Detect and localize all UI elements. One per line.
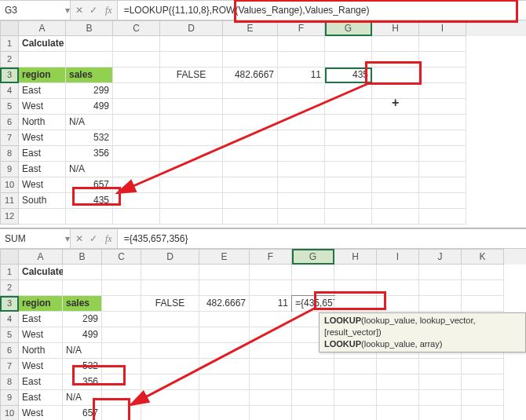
cell-K2[interactable] <box>462 280 504 296</box>
cell-F3[interactable]: 11 <box>278 68 325 83</box>
cell-E1[interactable] <box>199 265 250 280</box>
cell-B7[interactable]: 532 <box>66 130 113 146</box>
cell-G1[interactable] <box>325 36 372 52</box>
cell-D5[interactable] <box>160 99 223 115</box>
cell-K10[interactable] <box>462 406 504 420</box>
cell-E11[interactable] <box>223 193 278 209</box>
cell-D2[interactable] <box>141 280 199 296</box>
cell-J8[interactable] <box>419 374 462 390</box>
cell-I7[interactable] <box>377 359 419 374</box>
cell-D4[interactable] <box>141 312 199 327</box>
cell-F6[interactable] <box>278 115 325 130</box>
select-all[interactable] <box>0 20 19 36</box>
cell-F10[interactable] <box>278 177 325 193</box>
cell-I6[interactable] <box>419 115 466 130</box>
col-H[interactable]: H <box>372 20 419 36</box>
cell-B11[interactable]: 435 <box>66 193 113 209</box>
cell-K8[interactable] <box>462 374 504 390</box>
cell-J10[interactable] <box>419 406 462 420</box>
cell-A8[interactable]: East <box>19 146 66 162</box>
cell-F8[interactable] <box>278 146 325 162</box>
col-B[interactable]: B <box>63 249 102 265</box>
cell-E5[interactable] <box>199 327 250 343</box>
row-header[interactable]: 5 <box>0 99 19 115</box>
cell-I11[interactable] <box>419 193 466 209</box>
cell-F11[interactable] <box>278 193 325 209</box>
cell-J7[interactable] <box>419 359 462 374</box>
enter-icon[interactable]: ✓ <box>89 233 97 244</box>
cell-G8[interactable] <box>325 146 372 162</box>
row-header[interactable]: 3 <box>0 296 19 312</box>
cell-J9[interactable] <box>419 390 462 406</box>
cell-I4[interactable] <box>419 83 466 99</box>
cell-H3[interactable] <box>334 296 377 312</box>
cell-K9[interactable] <box>462 390 504 406</box>
cell-A11[interactable]: South <box>19 193 66 209</box>
cell-C6[interactable] <box>113 115 160 130</box>
cell-G4[interactable] <box>325 83 372 99</box>
col-G[interactable]: G <box>325 20 372 36</box>
row-header[interactable]: 6 <box>0 343 19 359</box>
cell-D9[interactable] <box>141 390 199 406</box>
cell-C2[interactable] <box>113 52 160 68</box>
cell-D7[interactable] <box>160 130 223 146</box>
row-header[interactable]: 2 <box>0 280 19 296</box>
cell-B10[interactable]: 657 <box>63 406 102 420</box>
row-header[interactable]: 4 <box>0 312 19 327</box>
cancel-icon[interactable]: ✕ <box>75 233 83 244</box>
cell-E7[interactable] <box>199 359 250 374</box>
cell-E9[interactable] <box>199 390 250 406</box>
cell-F9[interactable] <box>278 162 325 177</box>
cell-D4[interactable] <box>160 83 223 99</box>
col-A[interactable]: A <box>19 249 63 265</box>
formula-input[interactable]: =LOOKUP({11,10,8},ROW(Values_Range),Valu… <box>117 1 526 20</box>
cell-B1[interactable] <box>63 265 102 280</box>
cell-F4[interactable] <box>250 312 292 327</box>
cell-I2[interactable] <box>377 280 419 296</box>
row-header[interactable]: 3 <box>0 68 19 83</box>
cell-B4[interactable]: 299 <box>66 83 113 99</box>
cell-D5[interactable] <box>141 327 199 343</box>
enter-icon[interactable]: ✓ <box>89 5 97 16</box>
cell-C8[interactable] <box>113 146 160 162</box>
cell-G2[interactable] <box>325 52 372 68</box>
cell-E7[interactable] <box>223 130 278 146</box>
row-header[interactable]: 4 <box>0 83 19 99</box>
cell-E5[interactable] <box>223 99 278 115</box>
cell-I10[interactable] <box>377 406 419 420</box>
col-D[interactable]: D <box>141 249 199 265</box>
cell-I5[interactable] <box>419 99 466 115</box>
cell-H2[interactable] <box>372 52 419 68</box>
cell-E1[interactable] <box>223 36 278 52</box>
cell-A1[interactable]: Calculate The Average Of The Last 3 Valu… <box>19 36 66 52</box>
row-header[interactable]: 7 <box>0 130 19 146</box>
cell-B4[interactable]: 299 <box>63 312 102 327</box>
col-D[interactable]: D <box>160 20 223 36</box>
cell-D6[interactable] <box>160 115 223 130</box>
cell-I8[interactable] <box>419 146 466 162</box>
row-header[interactable]: 8 <box>0 146 19 162</box>
cell-C9[interactable] <box>113 162 160 177</box>
cell-F7[interactable] <box>278 130 325 146</box>
cell-G3[interactable]: 435 <box>325 68 372 83</box>
cell-B2[interactable] <box>63 280 102 296</box>
row-header[interactable]: 11 <box>0 193 19 209</box>
cell-B2[interactable] <box>66 52 113 68</box>
cell-I2[interactable] <box>419 52 466 68</box>
dropdown-icon[interactable]: ▾ <box>65 233 70 244</box>
cell-C6[interactable] <box>102 343 141 359</box>
row-header[interactable]: 1 <box>0 265 19 280</box>
cell-D2[interactable] <box>160 52 223 68</box>
cell-E10[interactable] <box>223 177 278 193</box>
cell-D12[interactable] <box>160 209 223 225</box>
cell-F10[interactable] <box>250 406 292 420</box>
name-box[interactable]: SUM▾ <box>0 229 71 248</box>
cell-H6[interactable] <box>372 115 419 130</box>
cell-B12[interactable] <box>66 209 113 225</box>
cell-D8[interactable] <box>160 146 223 162</box>
cell-E8[interactable] <box>199 374 250 390</box>
cell-E12[interactable] <box>223 209 278 225</box>
cell-G1[interactable] <box>292 265 334 280</box>
cell-G12[interactable] <box>325 209 372 225</box>
cell-A7[interactable]: West <box>19 130 66 146</box>
